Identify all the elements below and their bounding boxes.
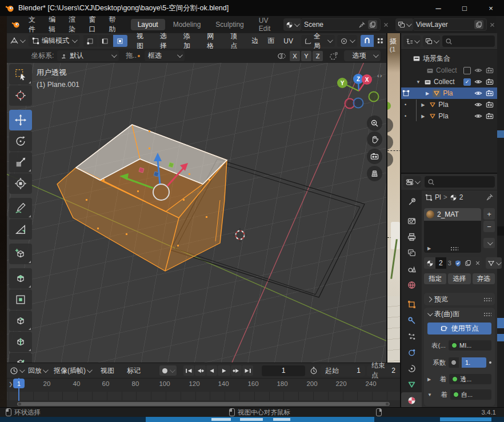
menu-window[interactable]: 窗口 <box>82 15 102 34</box>
browse-material-icon[interactable] <box>424 257 435 269</box>
surface-panel-header[interactable]: 表(曲)面 <box>424 308 495 320</box>
tab-object[interactable] <box>401 296 422 312</box>
playback-menu[interactable]: 回放 <box>28 366 47 376</box>
hide-eye-icon[interactable] <box>474 89 482 97</box>
menu-face[interactable]: 面 <box>263 36 279 46</box>
expand-triangle-icon[interactable]: ▶ <box>421 114 425 119</box>
workspace-tab-sculpting[interactable]: Sculpting <box>209 19 250 30</box>
pin-icon[interactable] <box>486 193 494 201</box>
expand-triangle-icon[interactable]: ▼ <box>427 392 432 397</box>
timeline-ruler[interactable]: ❯ 20 40 60 80 100 120 140 160 180 200 22… <box>7 378 400 392</box>
tab-tool[interactable] <box>401 193 422 209</box>
view-layer-name-field[interactable]: ViewLayer <box>413 18 487 31</box>
outliner-row-plane-active[interactable]: ▶ Pla <box>401 87 497 99</box>
expand-triangle-icon[interactable]: ▶ <box>427 377 431 382</box>
new-view-layer-icon[interactable] <box>474 20 483 29</box>
expand-triangle-icon[interactable]: ▶ <box>426 91 429 96</box>
jump-to-start-button[interactable] <box>183 365 194 376</box>
auto-key-button[interactable] <box>159 365 177 376</box>
zoom-button[interactable] <box>367 116 382 131</box>
snap-settings-button[interactable] <box>374 35 386 47</box>
menu-render[interactable]: 渲染 <box>62 15 82 34</box>
minimize-button[interactable]: ─ <box>425 0 451 16</box>
face-select-button[interactable] <box>113 35 127 47</box>
select-button[interactable]: 选择 <box>448 273 470 284</box>
hide-eye-icon[interactable] <box>474 101 482 109</box>
viewport-canvas[interactable]: 用户透视 (1) Plane.001 <box>7 63 386 363</box>
play-button[interactable] <box>218 365 230 376</box>
list-resize-grip[interactable] <box>450 246 458 250</box>
pin-icon[interactable] <box>358 21 366 29</box>
keyframe-dot[interactable] <box>489 361 491 364</box>
fake-user-shield-icon[interactable] <box>453 257 463 269</box>
tab-view-layer[interactable] <box>401 245 422 261</box>
close-button[interactable]: × <box>478 0 504 16</box>
mirror-z-button[interactable]: Z <box>313 51 323 61</box>
shader2-selector[interactable]: 自... <box>450 389 491 400</box>
properties-search-input[interactable] <box>425 176 495 188</box>
keying-menu[interactable]: 抠像(插帧) <box>54 366 91 376</box>
material-slot-row-selected[interactable]: 2_MAT <box>424 208 481 221</box>
breadcrumb-material[interactable]: 2 <box>459 193 463 201</box>
tool-cursor[interactable] <box>9 85 32 106</box>
render-camera-icon[interactable] <box>486 89 494 97</box>
menu-mesh[interactable]: 网格 <box>200 31 223 51</box>
menu-select[interactable]: 选择 <box>153 31 177 51</box>
frame-start-field[interactable]: 起始 1 <box>321 365 365 376</box>
material-users-count[interactable]: 3 <box>446 257 453 269</box>
preview-panel[interactable]: 预览 <box>424 293 495 305</box>
workspace-tab-uv-edit[interactable]: UV Edit <box>252 15 278 34</box>
slot-specials-button[interactable] <box>483 238 495 248</box>
render-camera-icon[interactable] <box>486 78 494 86</box>
surface-shader-selector[interactable]: MI... <box>449 340 491 351</box>
menu-file[interactable]: 文件 <box>22 15 42 34</box>
perspective-toggle-button[interactable] <box>367 166 382 181</box>
snap-toggle-button[interactable] <box>361 35 374 47</box>
mode-dropdown[interactable]: 编辑模式 <box>29 35 79 47</box>
node-socket-dropdown[interactable] <box>486 257 502 269</box>
camera-viewport-strip[interactable]: 摄 (1 <box>386 33 401 363</box>
app-menu-blender-icon[interactable] <box>11 21 20 29</box>
options-dropdown[interactable]: 选项 <box>344 50 381 61</box>
tool-add-cube[interactable] <box>9 244 32 264</box>
browse-view-layer-button[interactable] <box>395 18 413 31</box>
mirror-x-button[interactable]: X <box>290 51 300 61</box>
tool-bevel[interactable] <box>9 310 32 331</box>
jump-to-end-button[interactable] <box>242 365 253 376</box>
timeline-markers-menu[interactable]: 标记 <box>121 366 147 376</box>
workspace-tab-layout[interactable]: Layout <box>131 19 165 30</box>
expand-triangle-icon[interactable]: ▼ <box>416 79 421 85</box>
prev-keyframe-button[interactable] <box>195 365 206 376</box>
panel-grip[interactable] <box>483 297 491 301</box>
current-frame-field[interactable]: 1 <box>262 365 305 376</box>
pan-hand-button[interactable] <box>367 132 382 147</box>
menu-edge[interactable]: 边 <box>247 36 263 46</box>
outliner-editor-type-button[interactable] <box>403 35 421 47</box>
tool-annotate[interactable] <box>9 198 32 218</box>
outliner-search-input[interactable] <box>442 35 495 47</box>
play-reverse-button[interactable] <box>206 365 217 376</box>
tab-modifiers[interactable] <box>401 312 422 328</box>
tool-transform[interactable] <box>9 173 32 194</box>
tab-output[interactable] <box>401 229 422 245</box>
outliner-row-collection-excluded[interactable]: Collect <box>401 65 497 76</box>
render-camera-icon[interactable] <box>486 66 494 74</box>
pivot-point-dropdown[interactable] <box>337 35 357 47</box>
menu-help[interactable]: 帮助 <box>103 15 123 34</box>
next-keyframe-button[interactable] <box>231 365 242 376</box>
coord-system-dropdown[interactable]: 默认 <box>57 50 119 61</box>
tool-scale[interactable] <box>9 152 32 173</box>
region-expand-arrow[interactable]: ❯ <box>9 381 13 387</box>
tab-object-data[interactable] <box>401 376 422 392</box>
tool-loop-cut[interactable] <box>9 332 32 352</box>
menu-uv[interactable]: UV <box>279 37 298 45</box>
tab-particles[interactable] <box>401 328 422 344</box>
render-camera-icon[interactable] <box>486 112 494 120</box>
tool-extrude-region[interactable] <box>9 268 32 289</box>
collection-checkbox-checked[interactable]: ✓ <box>463 78 471 86</box>
timeline-editor-type-button[interactable] <box>10 367 23 375</box>
tool-rotate[interactable] <box>9 131 32 152</box>
deselect-button[interactable]: 弃选 <box>473 273 495 284</box>
outliner-row-collection[interactable]: ▼ Collect ✓ <box>401 76 497 87</box>
mirror-y-button[interactable]: Y <box>301 51 311 61</box>
